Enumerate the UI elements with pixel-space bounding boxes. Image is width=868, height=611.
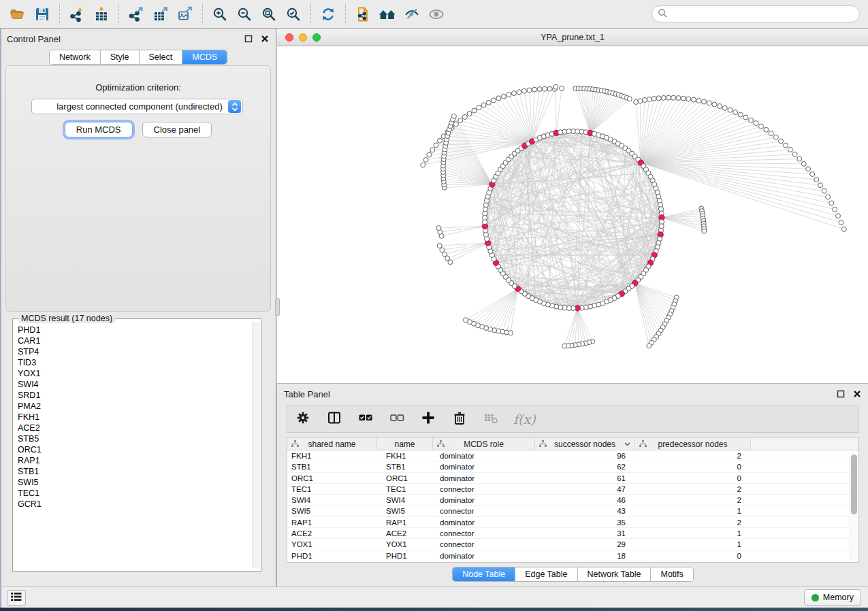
network-node[interactable] <box>806 167 811 171</box>
network-node[interactable] <box>833 207 837 212</box>
delete-column-button[interactable] <box>451 410 468 428</box>
table-cell[interactable]: 2 <box>635 517 751 527</box>
network-node[interactable] <box>501 94 506 99</box>
table-cell[interactable]: 46 <box>535 495 635 505</box>
table-settings-button[interactable] <box>294 410 312 428</box>
task-history-button[interactable] <box>7 590 26 606</box>
network-node[interactable] <box>472 108 477 113</box>
table-vertical-scrollbar[interactable] <box>850 452 857 560</box>
network-node[interactable] <box>691 97 696 102</box>
tab-select[interactable]: Select <box>140 50 183 64</box>
column-header-shared-name[interactable]: shared name <box>287 437 377 450</box>
network-node[interactable] <box>560 86 564 90</box>
network-node[interactable] <box>826 195 831 199</box>
network-node[interactable] <box>547 86 552 91</box>
mcds-result-item[interactable]: STB5 <box>14 433 251 444</box>
network-node[interactable] <box>440 248 445 252</box>
table-row[interactable]: SWI5SWI5connector431 <box>287 506 858 516</box>
tab-network[interactable]: Network <box>50 50 101 64</box>
network-node[interactable] <box>481 103 486 108</box>
tab-motifs[interactable]: Motifs <box>651 567 692 581</box>
tab-style[interactable]: Style <box>101 50 140 64</box>
table-row[interactable]: RAP1RAP1dominator352 <box>287 517 858 528</box>
network-node[interactable] <box>702 229 707 233</box>
close-window-icon[interactable] <box>285 33 293 42</box>
table-cell[interactable]: dominator <box>433 550 535 561</box>
table-cell[interactable]: connector <box>433 539 535 549</box>
network-node[interactable] <box>486 100 491 105</box>
mcds-result-item[interactable]: ACE2 <box>14 423 251 433</box>
network-node[interactable] <box>517 90 521 95</box>
maximize-window-icon[interactable] <box>312 33 321 42</box>
table-cell[interactable]: connector <box>433 528 535 538</box>
table-cell[interactable]: 2 <box>635 484 751 494</box>
network-node[interactable] <box>686 97 691 101</box>
mcds-result-item[interactable]: PMA2 <box>14 401 251 412</box>
table-cell[interactable]: PHD1 <box>377 550 433 561</box>
table-row[interactable]: FKH1FKH1dominator962 <box>287 450 858 461</box>
mcds-result-item[interactable]: TID3 <box>14 357 251 368</box>
show-details-button[interactable] <box>424 3 449 26</box>
network-node[interactable] <box>822 188 826 193</box>
table-cell[interactable]: 96 <box>535 450 635 461</box>
network-node[interactable] <box>421 163 425 167</box>
mcds-result-item[interactable]: FKH1 <box>14 412 251 423</box>
table-cell[interactable]: TEC1 <box>377 484 433 494</box>
table-cell[interactable]: YOX1 <box>377 539 433 549</box>
mcds-result-item[interactable]: PHD1 <box>14 325 251 335</box>
network-node[interactable] <box>643 98 647 103</box>
network-node[interactable] <box>451 114 456 118</box>
network-node[interactable] <box>656 96 661 101</box>
table-cell[interactable]: 61 <box>535 473 635 483</box>
network-node[interactable] <box>492 98 496 103</box>
table-cell[interactable]: 29 <box>535 539 635 549</box>
table-cell[interactable]: 0 <box>635 473 751 483</box>
table-cell[interactable]: dominator <box>433 495 535 505</box>
home-button[interactable] <box>375 3 400 26</box>
network-node[interactable] <box>835 214 840 218</box>
network-node[interactable] <box>792 152 797 156</box>
select-all-button[interactable] <box>357 410 374 428</box>
export-network-button[interactable] <box>124 3 148 26</box>
network-node[interactable] <box>423 157 428 162</box>
close-panel-button[interactable] <box>259 33 270 44</box>
network-node[interactable] <box>532 87 537 92</box>
table-cell[interactable]: dominator <box>433 461 535 472</box>
zoom-fit-button[interactable] <box>257 3 281 26</box>
network-node[interactable] <box>773 135 778 139</box>
network-node[interactable] <box>437 138 442 143</box>
network-node[interactable] <box>707 101 711 105</box>
open-button[interactable] <box>5 3 30 26</box>
network-node[interactable] <box>634 99 639 104</box>
mcds-result-item[interactable]: SRD1 <box>14 390 251 401</box>
network-node[interactable] <box>496 96 501 101</box>
table-cell[interactable]: SWI4 <box>287 495 377 505</box>
network-node[interactable] <box>562 344 567 348</box>
float-table-panel-button[interactable] <box>835 389 846 399</box>
network-node[interactable] <box>712 102 717 107</box>
network-node[interactable] <box>681 96 686 101</box>
network-node[interactable] <box>467 112 472 116</box>
table-cell[interactable]: SWI5 <box>287 506 377 516</box>
zoom-in-button[interactable] <box>208 3 232 26</box>
table-cell[interactable]: 18 <box>535 550 635 561</box>
network-node[interactable] <box>427 152 432 157</box>
mcds-result-item[interactable]: GCR1 <box>14 499 251 510</box>
float-panel-button[interactable] <box>243 33 254 44</box>
table-row[interactable]: PHD1PHD1dominator180 <box>287 550 858 561</box>
hide-details-button[interactable] <box>400 3 424 26</box>
table-cell[interactable]: dominator <box>433 450 535 461</box>
network-node[interactable] <box>738 112 743 117</box>
table-cell[interactable]: ORC1 <box>377 473 433 483</box>
mcds-result-item[interactable]: STP4 <box>14 346 251 357</box>
tab-edge-table[interactable]: Edge Table <box>515 567 577 581</box>
network-node[interactable] <box>647 97 652 101</box>
network-node[interactable] <box>797 156 802 161</box>
table-cell[interactable]: 1 <box>635 506 751 516</box>
zoom-out-button[interactable] <box>232 3 257 26</box>
minimize-window-icon[interactable] <box>299 33 307 42</box>
network-node[interactable] <box>537 86 542 91</box>
network-node[interactable] <box>733 110 738 115</box>
table-cell[interactable]: 0 <box>635 461 751 472</box>
table-cell[interactable]: 1 <box>635 539 751 549</box>
